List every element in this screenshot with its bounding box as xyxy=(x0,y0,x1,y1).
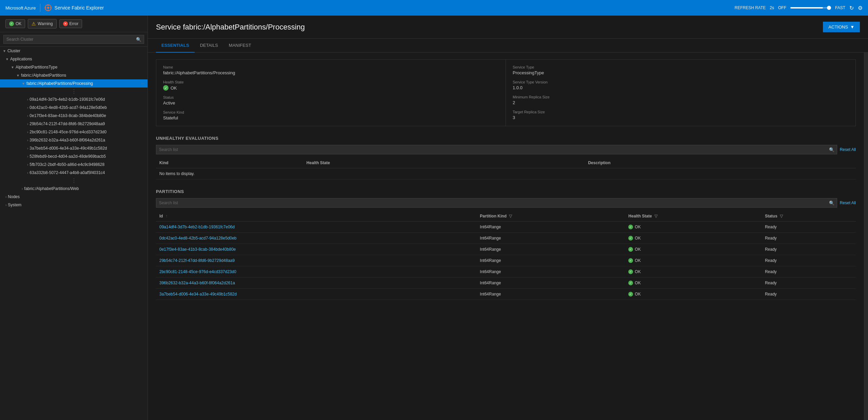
tree-partition-8[interactable]: › 528febd9-becd-4d04-aa2d-48de969bacb5 xyxy=(0,152,147,160)
partition-id-cell[interactable]: 0dc42ac0-4ed8-42b5-acd7-94a128e5d0eb xyxy=(156,233,476,244)
chevron-right-icon: › xyxy=(27,114,28,118)
tree-nodes[interactable]: › Nodes xyxy=(0,193,147,201)
tree-partition-2[interactable]: › 0dc42ac0-4ed8-42b5-acd7-94a128e5d0eb xyxy=(0,103,147,112)
partitions-search-icon: 🔍 xyxy=(829,201,834,206)
tree-cluster[interactable]: ▼ Cluster xyxy=(0,47,147,55)
tree-fabric-processing[interactable]: ▼ fabric:/AlphabetPartitions/Processing … xyxy=(0,79,147,88)
ok-dot-icon xyxy=(628,236,633,241)
nav-divider xyxy=(40,4,40,12)
tree-partition-3[interactable]: › 0e17f3e4-83ae-41b3-8cab-384bde40b80e xyxy=(0,112,147,120)
ok-dot-icon xyxy=(628,225,633,229)
partition-10-label: 63a332b8-5072-4447-a4b8-a0af5f4031c4 xyxy=(29,170,145,175)
tree-partition-1[interactable]: › 09a14df4-3d7b-4eb2-b1db-19361fc7e06d xyxy=(0,95,147,103)
field-target-replica: Target Replica Size 3 xyxy=(513,110,849,120)
brand-label: Microsoft Azure xyxy=(5,5,36,11)
health-state-filter-icon: ▽ xyxy=(654,214,657,218)
field-name-value: fabric:/AlphabetPartitions/Processing xyxy=(163,70,499,75)
unhealthy-reset-btn[interactable]: Reset All xyxy=(840,147,856,152)
unhealthy-search-input[interactable] xyxy=(156,145,837,154)
ok-dot-icon xyxy=(628,269,633,274)
chevron-right-icon: › xyxy=(27,122,28,126)
alphabet-type-label: AlphabetPartitionsType xyxy=(16,65,145,70)
top-nav: Microsoft Azure Service Fabric Explorer … xyxy=(0,0,868,16)
partition-health-cell: OK xyxy=(625,266,762,278)
partition-status-cell: Ready xyxy=(762,266,856,278)
col-status: Status ▽ xyxy=(762,211,856,222)
partitions-search-input[interactable] xyxy=(156,198,837,208)
tab-essentials[interactable]: ESSENTIALS xyxy=(156,39,195,53)
tree-partition-6[interactable]: › 396b2632-b32a-44a3-b60f-8f064a2d261a xyxy=(0,136,147,144)
fast-label: FAST xyxy=(835,5,845,10)
refresh-icon[interactable]: ↻ xyxy=(849,5,854,11)
partition-id-cell[interactable]: 09a14df4-3d7b-4eb2-b1db-19361fc7e06d xyxy=(156,222,476,233)
table-row: 29b54c74-212f-47dd-8fd6-9b2729d48aa9 Int… xyxy=(156,255,856,266)
partition-id-cell[interactable]: 2bc90c81-2148-45ce-976d-e4cd337d23d0 xyxy=(156,266,476,278)
partition-status-cell: Ready xyxy=(762,278,856,289)
service-fabric-icon xyxy=(44,4,52,12)
field-service-kind-label: Service Kind xyxy=(163,110,499,114)
chevron-right-icon: › xyxy=(27,130,28,134)
tree-partition-10[interactable]: › 63a332b8-5072-4447-a4b8-a0af5f4031c4 xyxy=(0,169,147,177)
chevron-right-icon: › xyxy=(27,171,28,175)
field-service-type: Service Type ProcessingType xyxy=(513,65,849,75)
partition-kind-cell: Int64Range xyxy=(476,233,625,244)
refresh-value: 2s xyxy=(770,5,774,10)
error-label: Error xyxy=(70,21,79,26)
tree-fabric-web[interactable]: › fabric:/AlphabetPartitions/Web xyxy=(0,185,147,193)
partitions-title: PARTITIONS xyxy=(156,189,856,194)
refresh-slider[interactable] xyxy=(790,7,831,8)
tree-more-menu[interactable]: ··· xyxy=(139,81,145,86)
search-cluster-input[interactable] xyxy=(3,35,144,44)
partition-status-cell: Ready xyxy=(762,222,856,233)
unhealthy-table-header-row: Kind Health State Description xyxy=(156,158,856,168)
tree-system[interactable]: › System xyxy=(0,201,147,209)
partitions-search-wrap: 🔍 xyxy=(156,198,837,208)
partition-id-cell[interactable]: 3a7beb54-d006-4e34-a33e-49c49b1c582d xyxy=(156,289,476,300)
right-scrollbar[interactable] xyxy=(864,53,868,420)
partition-id-cell[interactable]: 29b54c74-212f-47dd-8fd6-9b2729d48aa9 xyxy=(156,255,476,266)
field-health-value: OK xyxy=(163,85,499,91)
partition-id-cell[interactable]: 396b2632-b32a-44a3-b60f-8f064a2d261a xyxy=(156,278,476,289)
tree-partition-4[interactable]: › 29b54c74-212f-47dd-8fd6-9b2729d48aa9 xyxy=(0,120,147,128)
field-health-label: Health State xyxy=(163,80,499,84)
partition-status-cell: Ready xyxy=(762,289,856,300)
main-layout: OK ⚠ Warning Error 🔍 ▼ Cluster xyxy=(0,16,868,420)
fabric-processing-label: fabric:/AlphabetPartitions/Processing xyxy=(26,81,139,86)
ok-dot-icon xyxy=(628,292,633,297)
chevron-down-icon: ▼ xyxy=(16,74,20,77)
field-name: Name fabric:/AlphabetPartitions/Processi… xyxy=(163,65,499,75)
partition-1-label: 09a14df4-3d7b-4eb2-b1db-19361fc7e06d xyxy=(29,97,145,102)
tab-details[interactable]: DETAILS xyxy=(195,39,223,53)
tree-applications[interactable]: ▼ Applications xyxy=(0,55,147,63)
chevron-right-icon: › xyxy=(27,106,28,110)
health-state-value: OK xyxy=(635,269,640,274)
partitions-section: PARTITIONS 🔍 Reset All Id ↑ Partition K xyxy=(156,189,856,300)
chevron-right-icon: › xyxy=(27,147,28,150)
partition-health-cell: OK xyxy=(625,289,762,300)
sidebar: OK ⚠ Warning Error 🔍 ▼ Cluster xyxy=(0,16,148,420)
tree-partition-9[interactable]: › 5fb703c2-2bdf-4b50-a86d-e4c9c9498628 xyxy=(0,160,147,169)
actions-label: ACTIONS xyxy=(828,24,848,30)
settings-icon[interactable]: ⚙ xyxy=(858,5,863,11)
tree-alphabet-partitions-type[interactable]: ▼ AlphabetPartitionsType xyxy=(0,63,147,71)
partitions-reset-btn[interactable]: Reset All xyxy=(840,201,856,205)
tab-manifest[interactable]: MANIFEST xyxy=(223,39,257,53)
tree-fabric-alphabet-partitions[interactable]: ▼ fabric:/AlphabetPartitions xyxy=(0,71,147,79)
partition-id-cell[interactable]: 0e17f3e4-83ae-41b3-8cab-384bde40b80e xyxy=(156,244,476,255)
partition-6-label: 396b2632-b32a-44a3-b60f-8f064a2d261a xyxy=(29,138,145,142)
chevron-right-icon: › xyxy=(27,138,28,142)
error-button[interactable]: Error xyxy=(59,19,82,28)
ok-button[interactable]: OK xyxy=(5,19,25,28)
health-state-value: OK xyxy=(635,247,640,252)
warning-button[interactable]: ⚠ Warning xyxy=(28,19,56,28)
ok-dot-icon xyxy=(628,258,633,263)
tree-partition-5[interactable]: › 2bc90c81-2148-45ce-976d-e4cd337d23d0 xyxy=(0,128,147,136)
tree-partition-7[interactable]: › 3a7beb54-d006-4e34-a33e-49c49b1c582d xyxy=(0,144,147,152)
field-min-replica: Minimum Replica Size 2 xyxy=(513,95,849,105)
partition-kind-cell: Int64Range xyxy=(476,266,625,278)
unhealthy-col-desc: Description xyxy=(585,158,856,168)
health-state-value: OK xyxy=(635,236,640,241)
actions-button[interactable]: ACTIONS ▼ xyxy=(823,22,860,32)
field-target-replica-label: Target Replica Size xyxy=(513,110,849,114)
table-row: 2bc90c81-2148-45ce-976d-e4cd337d23d0 Int… xyxy=(156,266,856,278)
